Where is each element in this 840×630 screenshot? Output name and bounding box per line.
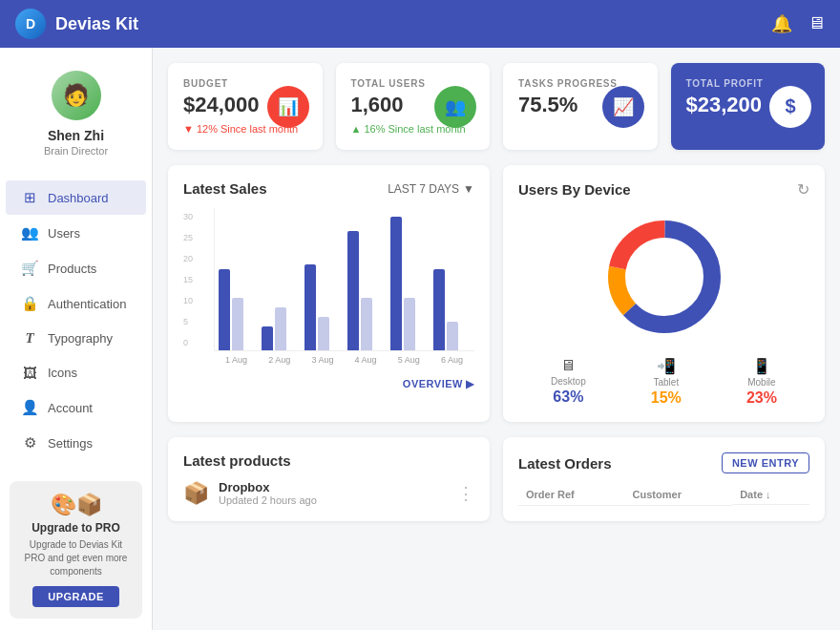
x-label-3: 3 Aug bbox=[304, 355, 341, 365]
users-by-device-card: Users By Device ↻ bbox=[503, 165, 825, 422]
bar-group-6 bbox=[433, 269, 471, 350]
mobile-value: 23% bbox=[746, 389, 777, 407]
chart-header: Latest Sales LAST 7 DAYS ▼ bbox=[183, 180, 474, 197]
y-label-25: 25 bbox=[183, 233, 193, 242]
account-icon: 👤 bbox=[21, 399, 38, 416]
sidebar-item-icons[interactable]: 🖼 Icons bbox=[6, 356, 146, 389]
refresh-icon[interactable]: ↻ bbox=[797, 180, 809, 199]
bar-primary-6 bbox=[433, 269, 445, 350]
y-label-30: 30 bbox=[183, 212, 193, 221]
bar-primary-2 bbox=[262, 326, 273, 350]
overview-link[interactable]: OVERVIEW ▶ bbox=[403, 378, 474, 389]
x-label-1: 1 Aug bbox=[218, 355, 255, 365]
new-entry-button[interactable]: NEW ENTRY bbox=[722, 452, 809, 473]
sidebar-item-label-typography: Typography bbox=[48, 331, 113, 346]
sidebar-item-typography[interactable]: T Typography bbox=[6, 322, 146, 355]
bar-secondary-4 bbox=[361, 298, 372, 350]
sidebar-item-products[interactable]: 🛒 Products bbox=[6, 251, 146, 285]
desktop-icon: 🖥 bbox=[560, 357, 576, 374]
tasks-progress-fill bbox=[518, 125, 593, 130]
sidebar-item-label-icons: Icons bbox=[48, 366, 77, 380]
chart-title: Latest Sales bbox=[183, 180, 267, 197]
tasks-icon: 📈 bbox=[602, 86, 644, 128]
legend-tablet: 📲 Tablet 15% bbox=[651, 357, 682, 407]
product-logo-dropbox: 📦 bbox=[183, 481, 209, 506]
bar-secondary-3 bbox=[318, 317, 329, 350]
x-label-5: 5 Aug bbox=[390, 355, 428, 365]
auth-icon: 🔒 bbox=[21, 295, 38, 312]
sidebar-item-settings[interactable]: ⚙ Settings bbox=[6, 426, 146, 460]
users-icon-symbol: 👥 bbox=[445, 96, 466, 117]
x-label-4: 4 Aug bbox=[347, 355, 385, 365]
sidebar-item-authentication[interactable]: 🔒 Authentication bbox=[6, 286, 146, 321]
product-info: Dropbox Updated 2 hours ago bbox=[219, 480, 448, 506]
sidebar: 🧑 Shen Zhi Brain Director ⊞ Dashboard 👥 … bbox=[0, 48, 153, 630]
product-item: 📦 Dropbox Updated 2 hours ago ⋮ bbox=[183, 480, 474, 506]
down-arrow-icon: ▼ bbox=[183, 123, 194, 135]
orders-title: Latest Orders bbox=[518, 455, 612, 472]
bar-chart bbox=[214, 208, 474, 351]
sidebar-item-label-dashboard: Dashboard bbox=[48, 191, 109, 205]
donut-legend: 🖥 Desktop 63% 📲 Tablet 15% 📱 Mobile bbox=[518, 357, 809, 407]
upgrade-description: Upgrade to Devias Kit PRO and get even m… bbox=[21, 538, 131, 578]
bar-primary-4 bbox=[347, 231, 359, 350]
upgrade-button[interactable]: UPGRADE bbox=[32, 586, 119, 607]
bar-secondary-5 bbox=[404, 298, 415, 350]
bar-secondary-6 bbox=[447, 322, 458, 350]
stat-budget: BUDGET $24,000 ▼ 12% Since last month 📊 bbox=[168, 63, 323, 150]
topnav-actions: 🔔 🖥 bbox=[771, 13, 825, 34]
legend-desktop: 🖥 Desktop 63% bbox=[551, 357, 586, 407]
x-label-6: 6 Aug bbox=[433, 355, 471, 365]
profit-icon: $ bbox=[769, 86, 811, 128]
upgrade-panel: 🎨📦 Upgrade to PRO Upgrade to Devias Kit … bbox=[10, 481, 142, 619]
topnav: D Devias Kit 🔔 🖥 bbox=[0, 0, 840, 48]
filter-label: LAST 7 DAYS bbox=[388, 182, 459, 196]
stat-profit: TOTAL PROFIT $23,200 $ bbox=[671, 63, 826, 150]
bar-group-2 bbox=[262, 307, 299, 350]
sidebar-profile: 🧑 Shen Zhi Brain Director bbox=[0, 63, 152, 172]
sidebar-item-dashboard[interactable]: ⊞ Dashboard bbox=[6, 180, 146, 215]
col-customer: Customer bbox=[625, 485, 733, 505]
products-icon: 🛒 bbox=[21, 260, 38, 277]
users-pct: 16% bbox=[364, 123, 385, 135]
sidebar-item-users[interactable]: 👥 Users bbox=[6, 216, 146, 250]
budget-pct: 12% bbox=[197, 123, 218, 135]
orders-header: Latest Orders NEW ENTRY bbox=[518, 452, 809, 473]
monitor-icon[interactable]: 🖥 bbox=[808, 13, 825, 34]
y-label-0: 0 bbox=[183, 338, 193, 347]
bar-group-4 bbox=[347, 231, 385, 350]
bar-secondary-2 bbox=[275, 307, 286, 350]
last-row: Latest products 📦 Dropbox Updated 2 hour… bbox=[168, 437, 825, 521]
mobile-icon: 📱 bbox=[752, 357, 771, 375]
chart-footer: OVERVIEW ▶ bbox=[183, 374, 474, 391]
product-updated: Updated 2 hours ago bbox=[219, 494, 448, 506]
y-axis: 0 5 10 15 20 25 30 bbox=[183, 212, 193, 347]
sidebar-item-account[interactable]: 👤 Account bbox=[6, 390, 146, 425]
y-label-5: 5 bbox=[183, 317, 193, 326]
y-label-15: 15 bbox=[183, 275, 193, 284]
notification-icon[interactable]: 🔔 bbox=[771, 13, 792, 34]
desktop-value: 63% bbox=[553, 388, 583, 406]
sidebar-item-label-auth: Authentication bbox=[48, 297, 126, 311]
settings-icon: ⚙ bbox=[21, 434, 38, 452]
chart-filter[interactable]: LAST 7 DAYS ▼ bbox=[388, 182, 474, 196]
bar-group-5 bbox=[390, 217, 428, 350]
bar-group-3 bbox=[304, 264, 342, 350]
bar-group-1 bbox=[219, 269, 256, 350]
product-more-icon[interactable]: ⋮ bbox=[457, 483, 474, 504]
user-role: Brain Director bbox=[44, 145, 108, 157]
col-order-ref: Order Ref bbox=[518, 485, 625, 505]
up-arrow-icon: ▲ bbox=[351, 123, 362, 135]
tablet-icon: 📲 bbox=[657, 357, 676, 375]
x-labels: 1 Aug 2 Aug 3 Aug 4 Aug 5 Aug 6 Aug bbox=[214, 351, 474, 365]
products-header: Latest products bbox=[183, 452, 474, 469]
tasks-icon-symbol: 📈 bbox=[613, 96, 634, 117]
orders-table: Order Ref Customer Date ↓ bbox=[518, 485, 809, 506]
sidebar-item-label-users: Users bbox=[48, 226, 80, 241]
main-content: BUDGET $24,000 ▼ 12% Since last month 📊 … bbox=[153, 48, 840, 630]
user-name: Shen Zhi bbox=[48, 128, 104, 143]
upgrade-title: Upgrade to PRO bbox=[21, 521, 131, 535]
profit-icon-symbol: $ bbox=[785, 95, 795, 117]
col-date[interactable]: Date ↓ bbox=[732, 485, 809, 505]
donut-header: Users By Device ↻ bbox=[518, 180, 809, 199]
